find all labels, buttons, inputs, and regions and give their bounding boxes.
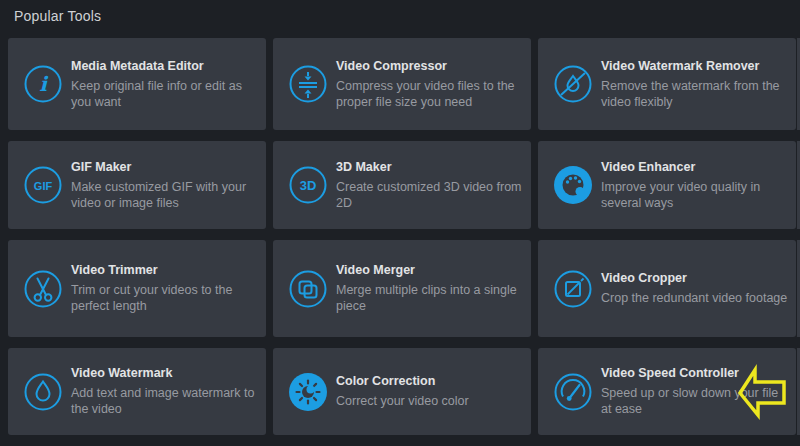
tool-description: Make customized GIF with your video or i… [71,179,261,211]
tool-text: Video CompressorCompress your video file… [336,59,526,110]
tool-title: Video Watermark Remover [601,59,791,73]
compress-icon [288,64,328,104]
info-icon: i [23,64,63,104]
tool-title: Video Compressor [336,59,526,73]
tools-grid: iMedia Metadata EditorKeep original file… [0,0,796,435]
tool-description: Improve your video quality in several wa… [601,179,791,211]
tool-description: Correct your video color [336,393,526,409]
tool-title: Video Watermark [71,366,261,380]
tool-card-3d-maker[interactable]: 3D3D MakerCreate customized 3D video fro… [273,141,531,229]
tool-text: Video Watermark RemoverRemove the waterm… [601,59,791,110]
tool-text: GIF MakerMake customized GIF with your v… [71,160,261,211]
tool-card-gif-maker[interactable]: GIFGIF MakerMake customized GIF with you… [8,141,266,229]
gif-icon: GIF [23,165,63,205]
tool-card-color-correction[interactable]: Color CorrectionCorrect your video color [273,348,531,435]
brightness-icon [288,372,328,412]
3d-icon: 3D [288,165,328,205]
speedometer-icon [553,372,593,412]
tool-card-video-compressor[interactable]: Video CompressorCompress your video file… [273,38,531,130]
svg-text:3D: 3D [300,178,317,193]
tool-card-video-trimmer[interactable]: Video TrimmerTrim or cut your videos to … [8,240,266,337]
tool-title: 3D Maker [336,160,526,174]
tool-card-video-watermark-remover[interactable]: Video Watermark RemoverRemove the waterm… [538,38,796,130]
tool-card-video-enhancer[interactable]: Video EnhancerImprove your video quality… [538,141,796,229]
tool-text: Media Metadata EditorKeep original file … [71,59,261,110]
tool-description: Trim or cut your videos to the perfect l… [71,282,261,314]
tool-title: Media Metadata Editor [71,59,261,73]
crop-icon [553,269,593,309]
tool-title: Video Speed Controller [601,366,791,380]
tool-text: Video CropperCrop the redundant video fo… [601,271,791,306]
tool-description: Keep original file info or edit as you w… [71,78,261,110]
merge-icon [288,269,328,309]
tool-description: Crop the redundant video footage [601,290,791,306]
tool-description: Compress your video files to the proper … [336,78,526,110]
tool-title: Video Merger [336,263,526,277]
tool-text: 3D MakerCreate customized 3D video from … [336,160,526,211]
tool-text: Video Speed ControllerSpeed up or slow d… [601,366,791,417]
tool-text: Video TrimmerTrim or cut your videos to … [71,263,261,314]
tool-card-video-speed-controller[interactable]: Video Speed ControllerSpeed up or slow d… [538,348,796,435]
tool-card-video-merger[interactable]: Video MergerMerge multiple clips into a … [273,240,531,337]
tool-card-video-cropper[interactable]: Video CropperCrop the redundant video fo… [538,240,796,337]
tool-text: Video EnhancerImprove your video quality… [601,160,791,211]
tool-card-video-watermark[interactable]: Video WatermarkAdd text and image waterm… [8,348,266,435]
palette-icon [553,165,593,205]
tool-text: Video WatermarkAdd text and image waterm… [71,366,261,417]
tool-text: Video MergerMerge multiple clips into a … [336,263,526,314]
tool-title: Video Trimmer [71,263,261,277]
tool-title: Video Cropper [601,271,791,285]
svg-text:GIF: GIF [34,180,53,192]
drop-slash-icon [553,64,593,104]
svg-text:i: i [39,72,49,96]
tool-title: Color Correction [336,374,526,388]
water-drop-icon [23,372,63,412]
tool-title: Video Enhancer [601,160,791,174]
tool-text: Color CorrectionCorrect your video color [336,374,526,409]
tool-description: Remove the watermark from the video flex… [601,78,791,110]
popular-tools-page: Popular Tools iMedia Metadata EditorKeep… [0,0,800,446]
scissors-icon [23,269,63,309]
tool-description: Speed up or slow down your file at ease [601,385,791,417]
tool-description: Merge multiple clips into a single piece [336,282,526,314]
tool-description: Add text and image watermark to the vide… [71,385,261,417]
tool-card-media-metadata-editor[interactable]: iMedia Metadata EditorKeep original file… [8,38,266,130]
tool-title: GIF Maker [71,160,261,174]
tool-description: Create customized 3D video from 2D [336,179,526,211]
